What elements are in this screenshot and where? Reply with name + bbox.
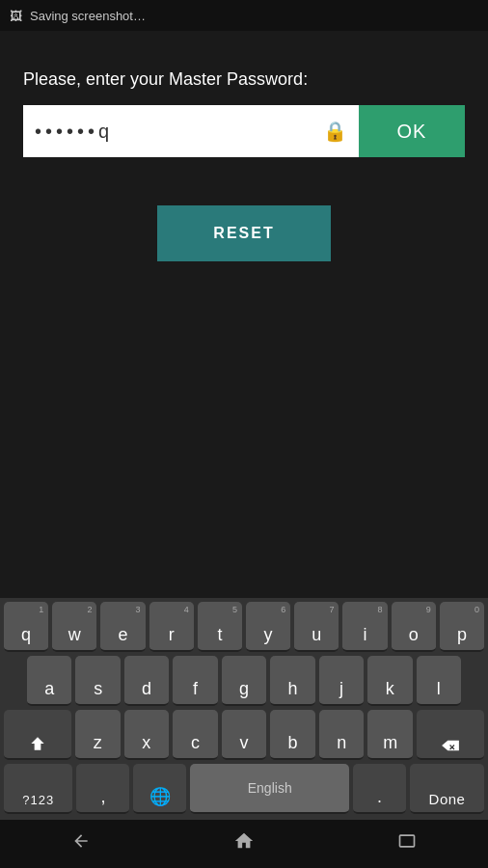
key-p[interactable]: 0p xyxy=(440,602,484,652)
keyboard-row-3: z x c v b n m xyxy=(0,706,488,760)
key-symbols[interactable]: ?123 xyxy=(4,764,72,814)
password-input-container[interactable]: ••••••q 🔒 xyxy=(23,105,359,157)
key-t[interactable]: 5t xyxy=(198,602,242,652)
nav-bar xyxy=(0,820,488,868)
key-space[interactable]: English xyxy=(190,764,349,814)
prompt-label: Please, enter your Master Password: xyxy=(23,69,465,90)
screenshot-icon: 🖼 xyxy=(10,9,22,23)
lock-icon: 🔒 xyxy=(323,120,347,143)
status-text: Saving screenshot… xyxy=(30,9,146,23)
key-g[interactable]: g xyxy=(222,656,266,706)
key-a[interactable]: a xyxy=(27,656,71,706)
key-f[interactable]: f xyxy=(173,656,217,706)
input-row: ••••••q 🔒 OK xyxy=(23,105,465,157)
key-s[interactable]: s xyxy=(75,656,120,706)
main-content: Please, enter your Master Password: ••••… xyxy=(0,31,488,484)
key-backspace[interactable] xyxy=(417,710,484,760)
key-comma[interactable]: , xyxy=(76,764,129,814)
key-b[interactable]: b xyxy=(270,710,315,760)
key-globe[interactable]: 🌐 xyxy=(133,764,186,814)
key-done[interactable]: Done xyxy=(410,764,484,814)
key-u[interactable]: 7u xyxy=(294,602,339,652)
key-period[interactable]: . xyxy=(353,764,406,814)
password-dots: ••••••q xyxy=(35,121,315,143)
key-c[interactable]: c xyxy=(173,710,218,760)
key-d[interactable]: d xyxy=(124,656,169,706)
status-bar: 🖼 Saving screenshot… xyxy=(0,0,488,31)
keyboard-row-4: ?123 , 🌐 English . Done xyxy=(0,760,488,820)
nav-back-icon[interactable] xyxy=(71,831,91,856)
key-k[interactable]: k xyxy=(367,656,412,706)
ok-button[interactable]: OK xyxy=(359,105,465,157)
keyboard-row-2: a s d f g h j k l xyxy=(0,652,488,706)
key-e[interactable]: 3e xyxy=(100,602,145,652)
key-n[interactable]: n xyxy=(319,710,365,760)
key-z[interactable]: z xyxy=(75,710,121,760)
key-j[interactable]: j xyxy=(319,656,364,706)
reset-button[interactable]: RESET xyxy=(157,205,331,261)
key-r[interactable]: 4r xyxy=(149,602,194,652)
key-m[interactable]: m xyxy=(367,710,413,760)
key-w[interactable]: 2w xyxy=(52,602,96,652)
keyboard-row-1: 1q 2w 3e 4r 5t 6y 7u 8i 9o 0p xyxy=(0,598,488,652)
nav-recents-icon[interactable] xyxy=(397,831,417,856)
nav-home-icon[interactable] xyxy=(233,830,255,857)
key-o[interactable]: 9o xyxy=(392,602,436,652)
key-y[interactable]: 6y xyxy=(246,602,290,652)
svg-rect-0 xyxy=(400,835,415,847)
key-h[interactable]: h xyxy=(270,656,314,706)
reset-button-container: RESET xyxy=(23,205,465,261)
key-x[interactable]: x xyxy=(124,710,170,760)
key-l[interactable]: l xyxy=(417,656,461,706)
key-v[interactable]: v xyxy=(222,710,267,760)
keyboard: 1q 2w 3e 4r 5t 6y 7u 8i 9o 0p a s d f g … xyxy=(0,598,488,820)
key-shift[interactable] xyxy=(4,710,71,760)
key-i[interactable]: 8i xyxy=(342,602,387,652)
key-q[interactable]: 1q xyxy=(4,602,48,652)
